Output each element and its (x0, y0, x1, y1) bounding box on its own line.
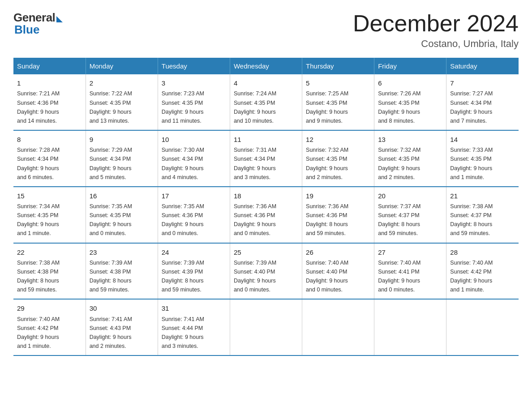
day-info: Sunrise: 7:35 AM Sunset: 4:35 PM Dayligh… (90, 203, 132, 236)
day-info: Sunrise: 7:38 AM Sunset: 4:38 PM Dayligh… (17, 260, 60, 293)
day-info: Sunrise: 7:40 AM Sunset: 4:40 PM Dayligh… (306, 260, 348, 293)
day-info: Sunrise: 7:38 AM Sunset: 4:37 PM Dayligh… (450, 203, 493, 236)
day-info: Sunrise: 7:26 AM Sunset: 4:35 PM Dayligh… (378, 90, 420, 124)
day-number: 27 (378, 247, 442, 257)
day-info: Sunrise: 7:36 AM Sunset: 4:36 PM Dayligh… (306, 203, 348, 236)
calendar-cell: 20Sunrise: 7:37 AM Sunset: 4:37 PM Dayli… (374, 187, 446, 243)
calendar-cell: 8Sunrise: 7:28 AM Sunset: 4:34 PM Daylig… (13, 130, 86, 187)
calendar-cell: 14Sunrise: 7:33 AM Sunset: 4:35 PM Dayli… (446, 130, 519, 187)
day-info: Sunrise: 7:41 AM Sunset: 4:44 PM Dayligh… (162, 316, 204, 349)
day-info: Sunrise: 7:40 AM Sunset: 4:42 PM Dayligh… (17, 316, 60, 349)
calendar-week-row: 8Sunrise: 7:28 AM Sunset: 4:34 PM Daylig… (13, 130, 519, 187)
calendar-cell: 3Sunrise: 7:23 AM Sunset: 4:35 PM Daylig… (158, 74, 230, 130)
day-info: Sunrise: 7:33 AM Sunset: 4:35 PM Dayligh… (450, 147, 493, 180)
day-number: 30 (90, 303, 154, 313)
day-info: Sunrise: 7:39 AM Sunset: 4:38 PM Dayligh… (90, 260, 132, 293)
day-info: Sunrise: 7:27 AM Sunset: 4:34 PM Dayligh… (450, 90, 493, 124)
day-header-tuesday: Tuesday (158, 58, 230, 74)
day-number: 23 (90, 247, 154, 257)
day-header-friday: Friday (374, 58, 446, 74)
day-number: 5 (306, 78, 370, 88)
day-info: Sunrise: 7:23 AM Sunset: 4:35 PM Dayligh… (162, 90, 204, 124)
calendar-cell: 4Sunrise: 7:24 AM Sunset: 4:35 PM Daylig… (230, 74, 302, 130)
day-number: 26 (306, 247, 370, 257)
day-header-sunday: Sunday (13, 58, 86, 74)
calendar-cell: 15Sunrise: 7:34 AM Sunset: 4:35 PM Dayli… (13, 187, 86, 243)
day-header-monday: Monday (86, 58, 158, 74)
calendar-cell: 11Sunrise: 7:31 AM Sunset: 4:34 PM Dayli… (230, 130, 302, 187)
day-number: 20 (378, 191, 442, 201)
day-number: 7 (450, 78, 515, 88)
calendar-cell: 25Sunrise: 7:39 AM Sunset: 4:40 PM Dayli… (230, 243, 302, 300)
day-number: 21 (450, 191, 515, 201)
day-info: Sunrise: 7:28 AM Sunset: 4:34 PM Dayligh… (17, 147, 60, 180)
logo-arrow-icon (56, 16, 63, 22)
calendar-cell: 2Sunrise: 7:22 AM Sunset: 4:35 PM Daylig… (86, 74, 158, 130)
calendar-cell: 13Sunrise: 7:32 AM Sunset: 4:35 PM Dayli… (374, 130, 446, 187)
day-number: 6 (378, 78, 442, 88)
logo: General Blue (13, 11, 63, 37)
calendar-cell: 22Sunrise: 7:38 AM Sunset: 4:38 PM Dayli… (13, 243, 86, 300)
day-number: 3 (162, 78, 226, 88)
day-number: 18 (234, 191, 298, 201)
calendar-cell (230, 299, 302, 355)
day-info: Sunrise: 7:32 AM Sunset: 4:35 PM Dayligh… (378, 147, 420, 180)
calendar-header-row: SundayMondayTuesdayWednesdayThursdayFrid… (13, 58, 519, 74)
day-info: Sunrise: 7:29 AM Sunset: 4:34 PM Dayligh… (90, 147, 132, 180)
calendar-cell: 6Sunrise: 7:26 AM Sunset: 4:35 PM Daylig… (374, 74, 446, 130)
calendar-cell: 29Sunrise: 7:40 AM Sunset: 4:42 PM Dayli… (13, 299, 86, 355)
day-number: 17 (162, 191, 226, 201)
day-info: Sunrise: 7:25 AM Sunset: 4:35 PM Dayligh… (306, 90, 348, 124)
day-number: 24 (162, 247, 226, 257)
calendar-cell: 26Sunrise: 7:40 AM Sunset: 4:40 PM Dayli… (302, 243, 374, 300)
day-header-wednesday: Wednesday (230, 58, 302, 74)
calendar-cell: 24Sunrise: 7:39 AM Sunset: 4:39 PM Dayli… (158, 243, 230, 300)
day-info: Sunrise: 7:39 AM Sunset: 4:39 PM Dayligh… (162, 260, 204, 293)
day-number: 15 (17, 191, 82, 201)
day-info: Sunrise: 7:24 AM Sunset: 4:35 PM Dayligh… (234, 90, 276, 124)
day-number: 4 (234, 78, 298, 88)
day-number: 9 (90, 134, 154, 145)
calendar-cell: 17Sunrise: 7:35 AM Sunset: 4:36 PM Dayli… (158, 187, 230, 243)
calendar-cell: 31Sunrise: 7:41 AM Sunset: 4:44 PM Dayli… (158, 299, 230, 355)
month-title: December 2024 (353, 11, 519, 36)
day-number: 22 (17, 247, 82, 257)
calendar-cell: 10Sunrise: 7:30 AM Sunset: 4:34 PM Dayli… (158, 130, 230, 187)
day-number: 1 (17, 78, 82, 88)
calendar-table: SundayMondayTuesdayWednesdayThursdayFrid… (13, 58, 519, 356)
day-number: 14 (450, 134, 515, 145)
calendar-cell: 21Sunrise: 7:38 AM Sunset: 4:37 PM Dayli… (446, 187, 519, 243)
calendar-cell: 28Sunrise: 7:40 AM Sunset: 4:42 PM Dayli… (446, 243, 519, 300)
page-header: General Blue December 2024 Costano, Umbr… (13, 11, 519, 50)
day-number: 8 (17, 134, 82, 145)
day-number: 10 (162, 134, 226, 145)
day-number: 28 (450, 247, 515, 257)
calendar-cell (446, 299, 519, 355)
calendar-cell (374, 299, 446, 355)
calendar-cell: 1Sunrise: 7:21 AM Sunset: 4:36 PM Daylig… (13, 74, 86, 130)
calendar-cell: 5Sunrise: 7:25 AM Sunset: 4:35 PM Daylig… (302, 74, 374, 130)
calendar-week-row: 22Sunrise: 7:38 AM Sunset: 4:38 PM Dayli… (13, 243, 519, 300)
day-info: Sunrise: 7:37 AM Sunset: 4:37 PM Dayligh… (378, 203, 420, 236)
day-header-thursday: Thursday (302, 58, 374, 74)
calendar-cell: 19Sunrise: 7:36 AM Sunset: 4:36 PM Dayli… (302, 187, 374, 243)
calendar-cell: 27Sunrise: 7:40 AM Sunset: 4:41 PM Dayli… (374, 243, 446, 300)
day-info: Sunrise: 7:40 AM Sunset: 4:42 PM Dayligh… (450, 260, 493, 293)
calendar-week-row: 1Sunrise: 7:21 AM Sunset: 4:36 PM Daylig… (13, 74, 519, 130)
calendar-week-row: 29Sunrise: 7:40 AM Sunset: 4:42 PM Dayli… (13, 299, 519, 355)
calendar-cell: 23Sunrise: 7:39 AM Sunset: 4:38 PM Dayli… (86, 243, 158, 300)
day-info: Sunrise: 7:39 AM Sunset: 4:40 PM Dayligh… (234, 260, 276, 293)
day-info: Sunrise: 7:35 AM Sunset: 4:36 PM Dayligh… (162, 203, 204, 236)
day-number: 11 (234, 134, 298, 145)
day-info: Sunrise: 7:22 AM Sunset: 4:35 PM Dayligh… (90, 90, 132, 124)
calendar-cell: 16Sunrise: 7:35 AM Sunset: 4:35 PM Dayli… (86, 187, 158, 243)
day-info: Sunrise: 7:31 AM Sunset: 4:34 PM Dayligh… (234, 147, 276, 180)
day-info: Sunrise: 7:32 AM Sunset: 4:35 PM Dayligh… (306, 147, 348, 180)
day-number: 31 (162, 303, 226, 313)
day-number: 16 (90, 191, 154, 201)
day-info: Sunrise: 7:34 AM Sunset: 4:35 PM Dayligh… (17, 203, 60, 236)
calendar-week-row: 15Sunrise: 7:34 AM Sunset: 4:35 PM Dayli… (13, 187, 519, 243)
day-info: Sunrise: 7:41 AM Sunset: 4:43 PM Dayligh… (90, 316, 132, 349)
calendar-cell: 30Sunrise: 7:41 AM Sunset: 4:43 PM Dayli… (86, 299, 158, 355)
calendar-cell: 7Sunrise: 7:27 AM Sunset: 4:34 PM Daylig… (446, 74, 519, 130)
